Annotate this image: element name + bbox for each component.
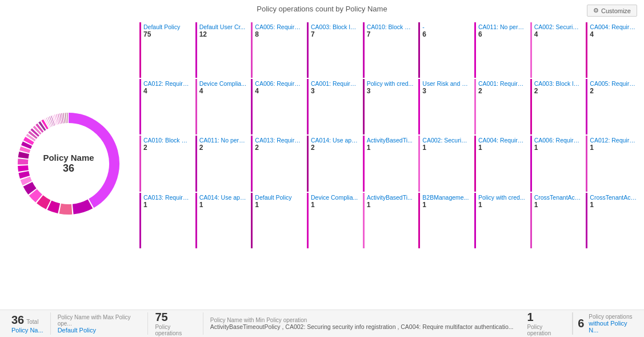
legend-item-name[interactable]: ActivityBasedTi...: [367, 194, 414, 201]
legend-item-value: 12: [199, 30, 247, 38]
legend-item-value: 1: [199, 201, 247, 209]
legend-item: ActivityBasedTi... 1: [363, 193, 417, 248]
min-count: 1: [527, 311, 566, 324]
legend-item-name[interactable]: CrossTenantAcc...: [534, 194, 582, 201]
max-count-label: Policy operations: [155, 324, 195, 336]
legend-item: Default Policy 1: [251, 193, 305, 248]
legend-item-name[interactable]: CA010: Block ac...: [367, 23, 414, 30]
footer-bar: 36 Total Policy Na... Policy Name with M…: [0, 310, 644, 337]
legend-item-value: 3: [311, 87, 358, 95]
legend-item-name[interactable]: -: [422, 23, 470, 30]
legend-item-name[interactable]: Policy with cred...: [478, 194, 526, 201]
legend-item: CA003: Block le... 7: [307, 22, 361, 78]
max-name[interactable]: Default Policy: [58, 327, 141, 334]
legend-item: CA005: Require ... 8: [251, 22, 305, 78]
donut-label: Policy Name: [43, 153, 94, 162]
legend-item-value: 2: [478, 87, 526, 95]
legend-item-name[interactable]: CA014: Use appl...: [311, 137, 358, 144]
legend-item: CrossTenantAcc... 1: [530, 193, 584, 248]
footer-max-count: 75 Policy operations: [148, 312, 203, 335]
legend-item-name[interactable]: CA001: Require ...: [311, 80, 358, 87]
legend-item: CA005: Require ... 2: [586, 79, 639, 134]
legend-item-value: 1: [478, 144, 526, 152]
legend-item-name[interactable]: CA010: Block ac...: [143, 137, 191, 144]
legend-item: CA004: Require ... 4: [586, 22, 639, 78]
legend-item: CA010: Block ac... 7: [363, 22, 417, 78]
legend-item-name[interactable]: CA004: Require ...: [590, 23, 637, 30]
max-label: Policy Name with Max Policy ope...: [58, 314, 141, 327]
legend-item-name[interactable]: CA002: Securing...: [534, 23, 582, 30]
legend-item-name[interactable]: CA003: Block le...: [311, 23, 358, 30]
legend-item-name[interactable]: CA006: Require ...: [255, 80, 302, 87]
legend-item-name[interactable]: User Risk and M...: [422, 80, 470, 87]
legend-item-name[interactable]: Default Policy: [255, 194, 302, 201]
legend-item-value: 7: [367, 30, 414, 38]
donut-center: Policy Name 36: [43, 153, 94, 175]
legend-item-value: 1: [367, 201, 414, 209]
legend-item-name[interactable]: CA013: Require ...: [255, 137, 302, 144]
legend-item-name[interactable]: CA001: Require ...: [478, 80, 526, 87]
legend-item-name[interactable]: CA006: Require ...: [534, 137, 582, 144]
legend-item-name[interactable]: Default User Cr...: [199, 23, 247, 30]
legend-item: Device Complia... 1: [307, 193, 361, 248]
legend-item-name[interactable]: Default Policy: [143, 23, 191, 30]
min-label: Policy Name with Min Policy operation: [210, 317, 514, 323]
legend-item: CA006: Require ... 1: [530, 136, 584, 191]
legend-item-value: 1: [143, 201, 191, 209]
legend-item: CA002: Securing... 1: [418, 136, 472, 191]
no-policy-link[interactable]: without Policy N...: [589, 320, 635, 334]
legend-item-value: 2: [534, 87, 582, 95]
legend-item-value: 2: [199, 144, 247, 152]
legend-item-value: 2: [143, 144, 191, 152]
legend-item-name[interactable]: CA004: Require ...: [478, 137, 526, 144]
legend-item-name[interactable]: Policy with cred...: [367, 80, 414, 87]
no-policy-label: Policy operations: [589, 314, 635, 320]
legend-item-value: 4: [199, 87, 247, 95]
legend-item-value: 1: [590, 144, 637, 152]
legend-item: Device Complia... 4: [195, 79, 249, 134]
total-label: Total: [26, 319, 38, 325]
min-count-label: Policy operation: [527, 324, 566, 336]
legend-item-value: 6: [422, 30, 470, 38]
legend-item-name[interactable]: CA012: Require ...: [143, 80, 191, 87]
legend-item-value: 2: [255, 144, 302, 152]
gear-icon: ⚙: [593, 7, 599, 14]
legend-item-name[interactable]: CA005: Require ...: [590, 80, 637, 87]
legend-item: CA012: Require ... 4: [139, 79, 193, 134]
page-title: Policy operations count by Policy Name: [257, 5, 387, 13]
legend-item-name[interactable]: CA005: Require ...: [255, 23, 302, 30]
legend-item-value: 1: [367, 144, 414, 152]
legend-item-name[interactable]: CA011: No persi...: [478, 23, 526, 30]
total-sub[interactable]: Policy Na...: [11, 327, 43, 334]
legend-item-name[interactable]: CA002: Securing...: [422, 137, 470, 144]
legend-item: CA011: No persi... 2: [195, 136, 249, 191]
customize-button[interactable]: ⚙ Customize: [587, 5, 637, 17]
legend-item-value: 7: [311, 30, 358, 38]
legend-item-name[interactable]: ActivityBasedTi...: [367, 137, 414, 144]
legend-item-value: 6: [478, 30, 526, 38]
legend-item: Policy with cred... 1: [474, 193, 528, 248]
donut-section: Policy Name 36: [0, 18, 137, 310]
legend-item-name[interactable]: CA003: Block le...: [534, 80, 582, 87]
legend-item: CrossTenantAcc... 1: [586, 193, 639, 248]
footer-min-count: 1 Policy operation: [521, 312, 573, 335]
legend-item-name[interactable]: CA012: Require ...: [590, 137, 637, 144]
legend-item-value: 3: [367, 87, 414, 95]
donut-count: 36: [43, 162, 94, 175]
max-count: 75: [155, 311, 195, 324]
legend-item-name[interactable]: B2BManageme...: [422, 194, 470, 201]
legend-item-value: 3: [422, 87, 470, 95]
legend-item-name[interactable]: Device Complia...: [199, 80, 247, 87]
main-content: Policy Name 36 Default Policy 75 Default…: [0, 18, 644, 310]
legend-item-value: 2: [311, 144, 358, 152]
legend-item-name[interactable]: CrossTenantAcc...: [590, 194, 637, 201]
footer-total: 36 Total Policy Na...: [5, 312, 51, 335]
footer-no-policy: 6 Policy operations without Policy N...: [573, 312, 639, 335]
legend-item-value: 1: [422, 144, 470, 152]
legend-item-name[interactable]: CA014: Use appl...: [199, 194, 247, 201]
legend-item-name[interactable]: CA013: Require ...: [143, 194, 191, 201]
legend-grid: Default Policy 75 Default User Cr... 12 …: [137, 18, 644, 310]
legend-item-name[interactable]: CA011: No persi...: [199, 137, 247, 144]
legend-item-name[interactable]: Device Complia...: [311, 194, 358, 201]
legend-item-value: 4: [143, 87, 191, 95]
